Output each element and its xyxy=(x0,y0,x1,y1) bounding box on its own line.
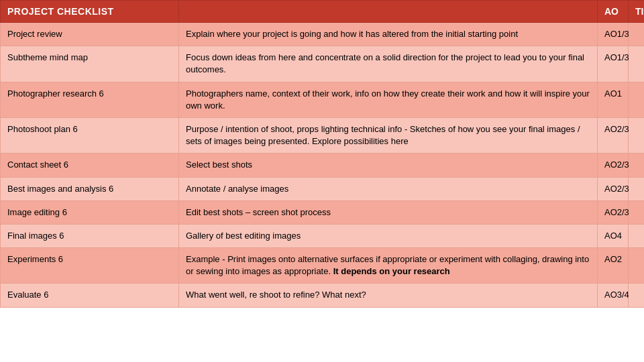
checklist-cell: Photoshoot plan 6 xyxy=(1,117,179,153)
checklist-cell: Final images 6 xyxy=(1,224,179,247)
description-cell: Annotate / analyse images xyxy=(179,177,598,200)
checklist-cell: Experiments 6 xyxy=(1,248,179,284)
ao-cell: AO2/3 xyxy=(598,117,629,153)
checklist-cell: Subtheme mind map xyxy=(1,46,179,82)
tick-cell xyxy=(629,224,645,247)
tick-cell xyxy=(629,117,645,153)
ao-cell: AO2/3 xyxy=(598,177,629,200)
description-cell: Explain where your project is going and … xyxy=(179,23,598,46)
table-row: Final images 6Gallery of best editing im… xyxy=(1,224,645,247)
description-cell: Example - Print images onto alternative … xyxy=(179,248,598,284)
checklist-cell: Contact sheet 6 xyxy=(1,154,179,177)
ao-cell: AO2/3 xyxy=(598,154,629,177)
ao-cell: AO2 xyxy=(598,248,629,284)
description-cell: Photographers name, context of their wor… xyxy=(179,82,598,117)
tick-cell xyxy=(629,248,645,284)
table-row: Project reviewExplain where your project… xyxy=(1,23,645,46)
table-row: Contact sheet 6Select best shotsAO2/3 xyxy=(1,154,645,177)
description-cell: What went well, re shoot to refine? What… xyxy=(179,284,598,307)
header-checklist: PROJECT CHECKLIST xyxy=(1,1,179,23)
ao-cell: AO1 xyxy=(598,82,629,117)
tick-cell xyxy=(629,46,645,82)
checklist-cell: Project review xyxy=(1,23,179,46)
tick-cell xyxy=(629,82,645,117)
tick-cell xyxy=(629,23,645,46)
bold-text: It depends on your research xyxy=(333,266,450,276)
description-cell: Gallery of best editing images xyxy=(179,224,598,247)
table-row: Image editing 6Edit best shots – screen … xyxy=(1,200,645,224)
tick-cell xyxy=(629,284,645,307)
ao-cell: AO1/3 xyxy=(598,46,629,82)
checklist-cell: Evaluate 6 xyxy=(1,284,179,307)
description-cell: Purpose / intention of shoot, props ligh… xyxy=(179,117,598,153)
header-tick: TICK xyxy=(629,1,645,23)
table-row: Experiments 6Example - Print images onto… xyxy=(1,248,645,284)
table-row: Photographer research 6Photographers nam… xyxy=(1,82,645,117)
header-ao: AO xyxy=(598,1,629,23)
tick-cell xyxy=(629,177,645,200)
checklist-cell: Photographer research 6 xyxy=(1,82,179,117)
table-row: Evaluate 6What went well, re shoot to re… xyxy=(1,284,645,307)
table-row: Photoshoot plan 6Purpose / intention of … xyxy=(1,117,645,153)
table-header: PROJECT CHECKLIST AO TICK xyxy=(1,1,645,23)
ao-cell: AO2/3 xyxy=(598,200,629,224)
table-row: Best images and analysis 6Annotate / ana… xyxy=(1,177,645,200)
table-body: Project reviewExplain where your project… xyxy=(1,23,645,308)
description-cell: Edit best shots – screen shot process xyxy=(179,200,598,224)
description-cell: Select best shots xyxy=(179,154,598,177)
ao-cell: AO1/3 xyxy=(598,23,629,46)
description-cell: Focus down ideas from here and concentra… xyxy=(179,46,598,82)
ao-cell: AO3/4 xyxy=(598,284,629,307)
header-description xyxy=(179,1,598,23)
tick-cell xyxy=(629,154,645,177)
checklist-cell: Best images and analysis 6 xyxy=(1,177,179,200)
ao-cell: AO4 xyxy=(598,224,629,247)
table-row: Subtheme mind mapFocus down ideas from h… xyxy=(1,46,645,82)
checklist-cell: Image editing 6 xyxy=(1,200,179,224)
tick-cell xyxy=(629,200,645,224)
